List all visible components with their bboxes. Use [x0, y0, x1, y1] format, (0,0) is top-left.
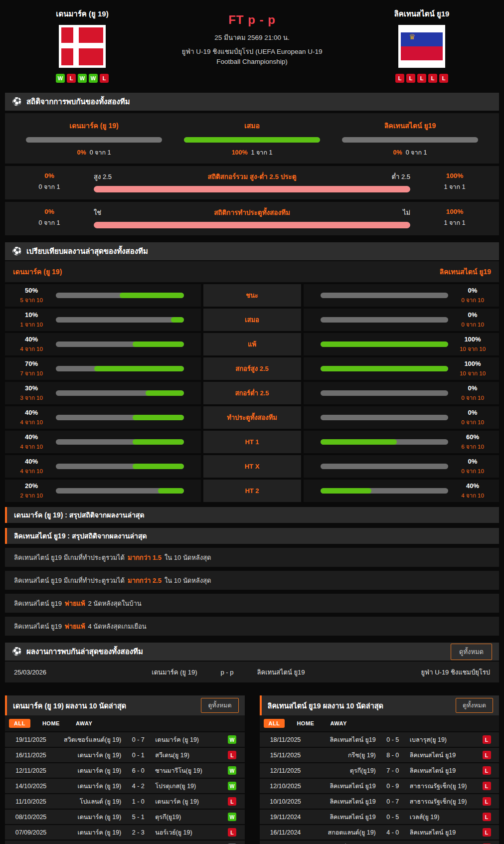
- h2h-result-row[interactable]: 25/03/2026 เดนมาร์ค (ยู 19) p - p ลิคเทน…: [5, 662, 499, 682]
- home-team: เดนมาร์ค (ยู 19): [89, 667, 197, 677]
- compare-row-label: เสมอ: [203, 309, 301, 331]
- tab-home[interactable]: HOME: [38, 719, 64, 728]
- ou-over-label: สูง 2.5: [94, 171, 139, 182]
- result-badge: L: [483, 766, 491, 775]
- compare-row-draw: 10%1 จาก 10 เสมอ 0%0 จาก 10: [5, 309, 499, 331]
- compare-row-ht1: 40%4 จาก 10 HT 1 60%6 จาก 10: [5, 431, 499, 453]
- h2h-draw-pct: 100%: [232, 149, 248, 156]
- match-row[interactable]: 14/11/2024ฝรั่งเศส(ยู 19)7 - 0ลิคเทนสไตน…: [260, 841, 500, 844]
- match-row[interactable]: 19/11/2025สวิตเซอร์แลนด์(ยู 19)0 - 7เดนม…: [5, 732, 245, 747]
- match-row[interactable]: 12/10/2025ลิคเทนสไตน์ ยู190 - 9สาธารณรัฐ…: [260, 779, 500, 793]
- btts-yes-label: ใช่: [94, 207, 139, 218]
- match-row[interactable]: 11/10/2025โปแลนด์ (ยู 19)1 - 0เดนมาร์ค (…: [5, 794, 245, 809]
- soccer-ball-icon: ⚽: [12, 648, 22, 656]
- form-chip: W: [89, 74, 98, 83]
- home-bar: [56, 415, 184, 420]
- away-summary-header: ลิคเทนสไตน์ ยู19 : สรุปสถิติจากผลงานล่าส…: [5, 528, 499, 544]
- tab-all[interactable]: ALL: [9, 719, 30, 728]
- match-row[interactable]: 07/09/2025เดนมาร์ค (ยู 19)2 - 3นอร์เวย์(…: [5, 825, 245, 840]
- result-badge: W: [228, 766, 236, 775]
- compare-row-label: แพ้: [203, 333, 301, 355]
- form-chip: W: [56, 74, 65, 83]
- tab-all[interactable]: ALL: [264, 719, 285, 728]
- compare-title-bar: ⚽ เปรียบเทียบผลงานล่าสุดของทั้งสองทีม: [5, 242, 499, 260]
- compare-row-label: ทำประตูทั้งสองทีม: [203, 406, 301, 429]
- h2h-home-pct: 0%: [77, 149, 86, 156]
- home-bar: [56, 464, 184, 469]
- match-row[interactable]: 14/10/2025เดนมาร์ค (ยู 19)4 - 2โปรตุเกส(…: [5, 779, 245, 793]
- ou-right-pct: 100%: [417, 172, 492, 179]
- home-bar: [56, 439, 184, 445]
- match-row[interactable]: 12/11/2025เดนมาร์ค (ยู 19)6 - 0ซานมารีโน…: [5, 763, 245, 778]
- h2h-stats-title: สถิติจากการพบกันของทั้งสองทีม: [26, 96, 130, 108]
- away-bar: [321, 488, 449, 494]
- away-bar: [321, 390, 449, 396]
- match-row[interactable]: 16/11/2025เดนมาร์ค (ยู 19)0 - 1สวีเดน(ยู…: [5, 748, 245, 762]
- page: เดนมาร์ค (ยู 19) W L W W L FT p - p 25 ม…: [0, 0, 504, 844]
- soccer-ball-icon: ⚽: [12, 247, 22, 255]
- btts-title: สถิติการทำประตูทั้งสองทีม: [139, 207, 365, 218]
- h2h-btts: 0% 0 จาก 1 ใช่ สถิติการทำประตูทั้งสองทีม…: [5, 202, 499, 235]
- btts-left-pct: 0%: [12, 208, 87, 215]
- view-all-button[interactable]: ดูทั้งหมด: [451, 644, 492, 660]
- compare-row-ht2: 20%2 จาก 10 HT 2 40%4 จาก 10: [5, 480, 499, 502]
- home-team-block: เดนมาร์ค (ยู 19) W L W W L: [35, 6, 130, 83]
- result-badge: L: [483, 797, 491, 806]
- compare-title: เปรียบเทียบผลงานล่าสุดของทั้งสองทีม: [26, 245, 148, 257]
- ou-right-count: 1 จาก 1: [417, 182, 492, 192]
- ou-left-count: 0 จาก 1: [12, 182, 87, 192]
- result-badge: L: [228, 828, 236, 837]
- match-header: เดนมาร์ค (ยู 19) W L W W L FT p - p 25 ม…: [5, 0, 499, 86]
- match-date: 25/03/2026: [14, 669, 89, 676]
- match-row[interactable]: 08/10/2025เดนมาร์ค (ยู 19)5 - 1ตุรกี(ยู1…: [5, 810, 245, 824]
- away-panel-title: ลิคเทนสไตน์ ยู19 ผลงาน 10 นัดล่าสุด: [268, 700, 384, 711]
- away-bar: [321, 293, 449, 298]
- tab-away[interactable]: AWAY: [72, 719, 96, 728]
- match-row[interactable]: 19/11/2024ลิคเทนสไตน์ ยู190 - 5เวลส์(ยู …: [260, 810, 500, 824]
- match-competition: ยูฟ่า U-19 ชิงแชมป์ยุโรป (UEFA European …: [170, 47, 335, 67]
- summary-row: ลิคเทนสไตน์ ยู19 มีเกมที่ทำประตูรวมได้ ม…: [5, 571, 499, 590]
- away-team: ลิคเทนสไตน์ ยู19: [257, 667, 366, 677]
- away-bar: [321, 464, 449, 469]
- view-all-button[interactable]: ดูทั้งหมด: [201, 698, 238, 713]
- match-row[interactable]: 10/10/2025ลิคเทนสไตน์ ยู190 - 7สาธารณรัฐ…: [260, 794, 500, 809]
- form-chip: L: [439, 74, 448, 83]
- compare-row-label: สกอร์สูง 2.5: [203, 357, 301, 380]
- match-row[interactable]: 16/11/2024สกอตแลนด์(ยู 19)4 - 0ลิคเทนสไต…: [260, 825, 500, 840]
- compare-row-over25: 70%7 จาก 10 สกอร์สูง 2.5 100%10 จาก 10: [5, 357, 499, 380]
- h2h-home-count: 0 จาก 1: [90, 149, 111, 156]
- competition: ยูฟ่า U-19 ชิงแชมป์ยุโรป: [365, 667, 490, 677]
- away-bar: [321, 317, 449, 323]
- tab-home[interactable]: HOME: [293, 719, 318, 728]
- result-badge: W: [228, 813, 236, 821]
- soccer-ball-icon: ⚽: [12, 98, 22, 106]
- away-panel-tabs: ALL HOME AWAY: [260, 715, 500, 731]
- result-badge: L: [483, 782, 491, 790]
- compare-team-names: เดนมาร์ค (ยู 19) ลิคเทนสไตน์ ยู19: [5, 261, 499, 282]
- match-row[interactable]: 15/11/2025กรีช(ยู 19)8 - 0ลิคเทนสไตน์ ยู…: [260, 748, 500, 762]
- away-bar: [321, 366, 449, 371]
- view-all-button[interactable]: ดูทั้งหมด: [456, 698, 493, 713]
- home-bar: [56, 488, 184, 494]
- tab-away[interactable]: AWAY: [326, 719, 350, 728]
- h2h-away-pct: 0%: [393, 149, 402, 156]
- h2h-stats-title-bar: ⚽ สถิติจากการพบกันของทั้งสองทีม: [5, 93, 499, 111]
- match-datetime: 25 มีนาคม 2569 21:00 น.: [130, 32, 374, 43]
- away-bar: [321, 341, 449, 347]
- match-row[interactable]: 18/11/2025ลิคเทนสไตน์ ยู190 - 5เบลารุส(ย…: [260, 732, 500, 747]
- h2h-away-count: 0 จาก 1: [406, 149, 427, 156]
- ou-left-pct: 0%: [12, 172, 87, 179]
- h2h-away-bar: [342, 137, 478, 143]
- h2h-draw-bar: [184, 137, 320, 143]
- match-row[interactable]: 12/11/2025ตุรกี(ยู19)7 - 0ลิคเทนสไตน์ ยู…: [260, 763, 500, 778]
- crown-icon: ♛: [409, 33, 415, 40]
- summary-row: ลิคเทนสไตน์ ยู19 พ่ายแพ้ 2 นัดหลังสุดในบ…: [5, 594, 499, 613]
- summary-row: ลิคเทนสไตน์ ยู19 มีเกมที่ทำประตูรวมได้ ม…: [5, 548, 499, 567]
- match-row[interactable]: 04/09/2025เดนมาร์ค (ยู 19)1 - 1โรมาเนีย(…: [5, 841, 245, 844]
- result-badge: L: [228, 751, 236, 759]
- form-chip: L: [417, 74, 426, 83]
- away-team-block: ลิคเทนสไตน์ ยู19 ♛ L L L L L: [374, 6, 469, 83]
- ou-bar: [94, 186, 410, 192]
- compare-row-label: HT X: [203, 455, 301, 478]
- form-chip: L: [428, 74, 437, 83]
